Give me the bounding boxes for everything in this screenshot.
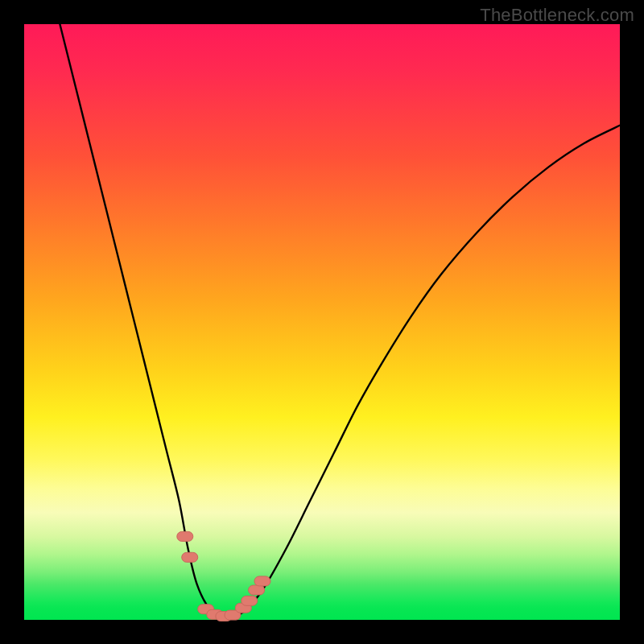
curve-marker — [182, 552, 198, 562]
curve-marker — [177, 531, 193, 541]
curve-marker — [254, 576, 270, 586]
bottleneck-curve — [60, 24, 620, 617]
curve-marker — [242, 596, 258, 605]
plot-area — [24, 24, 620, 620]
curve-marker — [249, 585, 265, 595]
curve-markers — [177, 531, 270, 621]
chart-svg — [24, 24, 620, 620]
chart-frame: TheBottleneck.com — [0, 0, 644, 644]
watermark-text: TheBottleneck.com — [480, 5, 634, 26]
